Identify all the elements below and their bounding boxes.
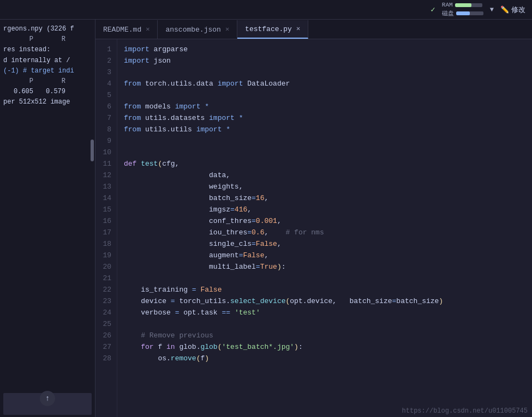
code-line: import argparse <box>124 44 525 55</box>
tab-readme[interactable]: README.md ✕ <box>95 20 158 39</box>
col-p: P <box>3 34 33 45</box>
code-line: # Remove previous <box>124 330 525 341</box>
code-line: augment=False, <box>124 250 525 261</box>
code-line <box>124 89 525 101</box>
code-content[interactable]: import argparseimport json from torch.ut… <box>117 39 532 417</box>
code-line: from torch.utils.data import DataLoader <box>124 78 525 89</box>
code-line: import json <box>124 55 525 67</box>
val-p: 0.605 <box>3 87 33 97</box>
ram-bar <box>455 3 482 7</box>
code-line: for f in glob.glob('test_batch*.jpg'): <box>124 341 525 353</box>
left-panel-line: 0.605 0.579 <box>3 87 92 97</box>
code-line: verbose = opt.task == 'test' <box>124 307 525 318</box>
code-line <box>124 135 525 147</box>
code-line: def test(cfg, <box>124 158 525 170</box>
ram-label: RAM <box>442 2 453 8</box>
code-line: from models import * <box>124 101 525 112</box>
left-panel-header: P R <box>3 34 92 45</box>
code-line <box>124 67 525 78</box>
code-line: device = torch_utils.select_device(opt.d… <box>124 295 525 307</box>
tab-testface-close[interactable]: ✕ <box>296 26 300 32</box>
left-panel-content: rgeons.npy (3226 f P R res instead: d in… <box>0 20 95 391</box>
check-icon: ✓ <box>431 5 435 14</box>
val-r-header: R <box>35 76 65 87</box>
code-line: multi_label=True): <box>124 261 525 273</box>
tab-testface[interactable]: testface.py ✕ <box>237 20 308 39</box>
code-line <box>124 318 525 330</box>
code-line <box>124 147 525 158</box>
tab-anscombe-close[interactable]: ✕ <box>225 26 229 33</box>
pencil-icon: ✏️ <box>500 5 509 14</box>
left-panel: rgeons.npy (3226 f P R res instead: d in… <box>0 20 95 417</box>
tab-readme-label: README.md <box>103 26 141 34</box>
code-line: from utils.utils import * <box>124 124 525 135</box>
left-panel-line: (-1) # target indi <box>3 66 92 76</box>
editor-area: README.md ✕ anscombe.json ✕ testface.py … <box>95 20 532 417</box>
left-panel-line: per 512x512 image <box>3 97 92 107</box>
line-numbers: 1234567891011121314151617181920212223242… <box>95 39 117 417</box>
left-panel-line: P R <box>3 76 92 87</box>
tab-testface-label: testface.py <box>245 25 292 33</box>
tab-anscombe-label: anscombe.json <box>165 26 220 34</box>
left-panel-line: d internally at / <box>3 56 92 66</box>
left-panel-line: rgeons.npy (3226 f <box>3 24 92 34</box>
edit-label: 修改 <box>511 5 525 15</box>
code-line: is_training = False <box>124 284 525 295</box>
code-line: data, <box>124 170 525 181</box>
ram-disk-monitor: RAM 磁盘 <box>442 2 483 17</box>
ram-bar-fill <box>455 3 471 7</box>
monitor-dropdown[interactable]: ▼ <box>490 6 494 14</box>
code-area: 1234567891011121314151617181920212223242… <box>95 39 532 417</box>
val-r: 0.579 <box>35 87 65 97</box>
code-line: batch_size=16, <box>124 192 525 204</box>
left-panel-line: res instead: <box>3 45 92 55</box>
code-line: conf_thres=0.001, <box>124 215 525 227</box>
tab-anscombe[interactable]: anscombe.json ✕ <box>158 20 237 39</box>
scrollbar-thumb[interactable] <box>91 140 94 161</box>
top-bar: ✓ RAM 磁盘 ▼ ✏️ 修改 <box>0 0 532 20</box>
code-line: single_cls=False, <box>124 238 525 250</box>
url-watermark: https://blog.csdn.net/u011005745 <box>402 407 528 415</box>
code-line: from utils.datasets import * <box>124 112 525 124</box>
disk-label: 磁盘 <box>442 9 454 17</box>
disk-bar-fill <box>456 11 470 15</box>
tab-readme-close[interactable]: ✕ <box>146 26 150 33</box>
code-line <box>124 273 525 284</box>
code-line: os.remove(f) <box>124 353 525 364</box>
col-r: R <box>35 34 65 45</box>
tabs-bar: README.md ✕ anscombe.json ✕ testface.py … <box>95 20 532 39</box>
code-line: weights, <box>124 181 525 192</box>
code-line: iou_thres=0.6, # for nms <box>124 227 525 238</box>
main-area: rgeons.npy (3226 f P R res instead: d in… <box>0 20 532 417</box>
edit-button[interactable]: ✏️ 修改 <box>500 5 525 15</box>
val-p-header: P <box>3 76 33 87</box>
code-line: imgsz=416, <box>124 204 525 215</box>
scroll-up-button[interactable]: ↑ <box>40 391 55 406</box>
disk-bar <box>456 11 483 15</box>
